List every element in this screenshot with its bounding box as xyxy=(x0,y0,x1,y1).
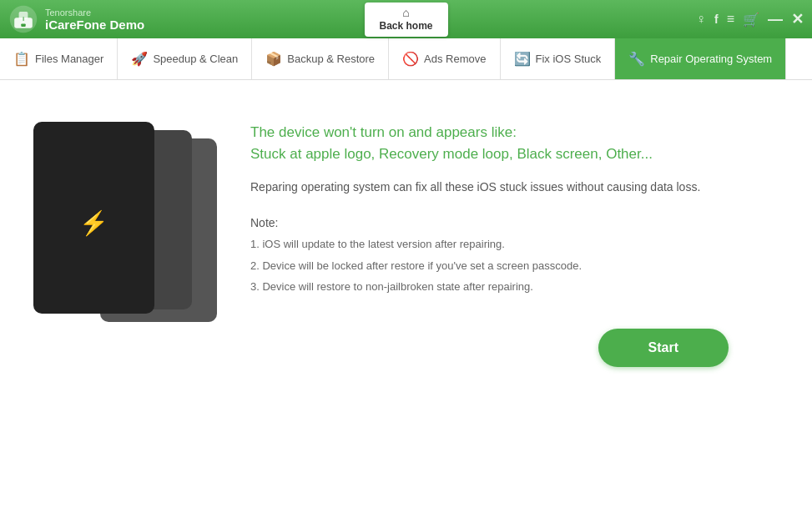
svg-text:i: i xyxy=(23,15,24,23)
repair-os-icon: 🔧 xyxy=(628,51,645,67)
tab-speedup-clean[interactable]: 🚀 Speedup & Clean xyxy=(118,38,252,79)
headline-line1: The device won't turn on and appears lik… xyxy=(250,122,779,143)
start-button[interactable]: Start xyxy=(598,329,729,367)
tab-files-manager-label: Files Manager xyxy=(35,53,103,65)
device-front: ⚡ xyxy=(33,122,154,314)
app-logo: i xyxy=(8,4,38,34)
facebook-icon[interactable]: f xyxy=(714,13,719,26)
app-company: Tenorshare xyxy=(45,8,144,18)
close-button[interactable]: ✕ xyxy=(791,12,804,27)
tab-speedup-clean-label: Speedup & Clean xyxy=(153,53,238,65)
titlebar-left: i Tenorshare iCareFone Demo xyxy=(8,4,144,34)
tab-fix-ios-stuck-label: Fix iOS Stuck xyxy=(536,53,602,65)
tab-repair-operating-system[interactable]: 🔧 Repair Operating System xyxy=(615,38,786,79)
cable-icon: ⚡ xyxy=(79,209,108,237)
fix-ios-stuck-icon: 🔄 xyxy=(514,51,531,67)
tab-backup-restore[interactable]: 📦 Backup & Restore xyxy=(252,38,389,79)
ads-remove-icon: 🚫 xyxy=(402,51,419,67)
tab-repair-os-label: Repair Operating System xyxy=(650,53,772,65)
menu-icon[interactable]: ≡ xyxy=(727,12,734,27)
description: Reparing operating system can fix all th… xyxy=(250,178,779,196)
app-name: iCareFone Demo xyxy=(45,18,144,32)
note-3: 3. Device will restore to non-jailbroken… xyxy=(250,279,779,295)
start-button-container: Start xyxy=(250,329,779,367)
notes-title: Note: xyxy=(250,216,779,229)
cart-icon[interactable]: 🛒 xyxy=(743,12,759,28)
note-1: 1. iOS will update to the latest version… xyxy=(250,236,779,253)
note-2: 2. Device will be locked after restore i… xyxy=(250,258,779,274)
speedup-clean-icon: 🚀 xyxy=(131,51,148,67)
backup-restore-icon: 📦 xyxy=(265,51,282,67)
tab-fix-ios-stuck[interactable]: 🔄 Fix iOS Stuck xyxy=(501,38,616,79)
minimize-button[interactable]: — xyxy=(768,12,783,27)
content-area: The device won't turn on and appears lik… xyxy=(250,113,779,367)
home-icon: ⌂ xyxy=(402,6,409,19)
headline: The device won't turn on and appears lik… xyxy=(250,122,779,164)
titlebar-right: ♀ f ≡ 🛒 — ✕ xyxy=(696,12,804,28)
navbar: 📋 Files Manager 🚀 Speedup & Clean 📦 Back… xyxy=(0,38,812,80)
svg-rect-3 xyxy=(21,23,25,27)
app-title-block: Tenorshare iCareFone Demo xyxy=(45,8,144,32)
pin-icon[interactable]: ♀ xyxy=(696,12,706,27)
tab-files-manager[interactable]: 📋 Files Manager xyxy=(0,38,118,79)
headline-line2: Stuck at apple logo, Recovery mode loop,… xyxy=(250,143,779,165)
main-content: ♪ ? ⚡ The device won't turn on and appea… xyxy=(0,80,812,528)
back-home-label: Back home xyxy=(379,20,432,32)
tab-ads-remove-label: Ads Remove xyxy=(424,53,486,65)
titlebar: i Tenorshare iCareFone Demo ⌂ Back home … xyxy=(0,0,812,38)
files-manager-icon: 📋 xyxy=(13,51,30,67)
tab-backup-restore-label: Backup & Restore xyxy=(287,53,375,65)
tab-ads-remove[interactable]: 🚫 Ads Remove xyxy=(389,38,500,79)
device-illustration: ♪ ? ⚡ xyxy=(33,122,217,322)
back-home-button[interactable]: ⌂ Back home xyxy=(364,3,447,37)
